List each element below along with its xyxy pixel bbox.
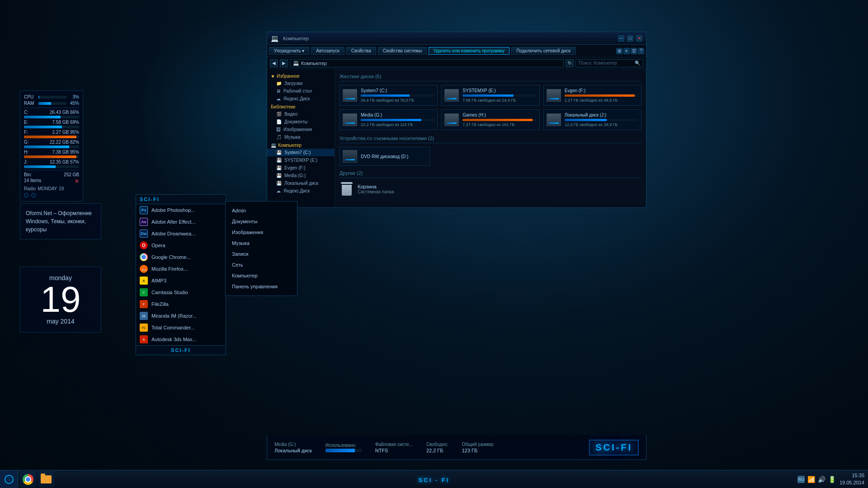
removable-title: Устройства со съемными носителями (2) [340, 136, 642, 143]
view-large-icon[interactable]: ⊞ [616, 48, 623, 54]
address-bar[interactable]: 💻 Компьютер [290, 59, 564, 67]
taskbar-chrome-app[interactable] [20, 471, 36, 488]
clock-day-number: 19 [28, 282, 94, 318]
menu-item-autocad[interactable]: A Autodesk 3ds Max... [136, 333, 226, 345]
free-val: 22,2 ГБ [426, 448, 448, 453]
start-menu: SCI-FI Ps Adobe Photoshop... Ae Adobe Af… [136, 194, 226, 355]
j-drive-row: J: 12.35 GB 57% [24, 160, 79, 164]
minimize-button[interactable]: ─ [618, 35, 624, 42]
sidebar-evgen[interactable]: 💾 Evgen (F:) [267, 164, 335, 172]
sidebar-yandex2[interactable]: ☁ Яндекс.Диск [267, 187, 335, 195]
drive-e-info: SYSTEMXP (E:) 7,58 ГБ свободно из 24,4 Г… [462, 88, 536, 103]
keyboard-layout-label: RU [798, 477, 804, 482]
places-recordings[interactable]: Записи [226, 249, 297, 259]
drive-system7[interactable]: System7 (C:) 26,4 ГБ свободно из 78,0 ГБ [340, 85, 438, 106]
maximize-button[interactable]: □ [627, 35, 633, 42]
properties-button[interactable]: Свойства [346, 47, 376, 55]
drive-c-bar [361, 94, 410, 97]
trash-icon-inner [341, 182, 353, 196]
sidebar-yandex[interactable]: ☁ Яндекс.Диск [267, 95, 335, 103]
drive-games[interactable]: Games (H:) 7,37 ГБ свободно из 161 ГБ [441, 109, 539, 130]
menu-item-filezilla[interactable]: F FileZilla [136, 298, 226, 310]
firefox-label: Mozilla Firefox... [151, 266, 188, 272]
drive-e-icon-large [444, 89, 459, 102]
sidebar-video[interactable]: 🎬 Видео [267, 110, 335, 118]
organize-button[interactable]: Упорядочить ▾ [269, 47, 309, 55]
view-details[interactable]: ☰ [631, 48, 637, 54]
drive-local[interactable]: Локальный диск (J:) 12,3 ГБ свободно из … [543, 109, 642, 130]
start-button[interactable] [0, 470, 18, 488]
view-list[interactable]: ≡ [623, 48, 630, 54]
dvd-name: DVD RW дисковод (D:) [361, 154, 427, 159]
menu-item-chrome[interactable]: Google Chrome... [136, 251, 226, 263]
network-tray-icon[interactable]: 📶 [807, 476, 815, 483]
camtasia-icon: C [140, 288, 148, 296]
f-drive-val: 2.27 GB 95% [52, 130, 79, 135]
taskbar: SCI - FI RU 📶 🔊 🔋 15:35 19.05.2014 [0, 470, 868, 488]
properties-label: Свойства [351, 48, 371, 53]
menu-item-miranda[interactable]: M Miranda IM (Razor... [136, 310, 226, 322]
taskbar-explorer-app[interactable] [38, 471, 54, 488]
search-bar[interactable]: Поиск: Компьютер 🔍 [576, 59, 643, 67]
drive-f-bar-bg [565, 94, 638, 97]
sidebar-music[interactable]: 🎵 Музыка [267, 133, 335, 141]
sidebar-images[interactable]: 🖼 Изображения [267, 126, 335, 133]
trash-item[interactable]: Корзина Системная папка [340, 182, 394, 196]
refresh-button[interactable]: ↻ [566, 59, 574, 67]
menu-item-total[interactable]: TC Total Commander... [136, 322, 226, 333]
folder-taskbar-icon [41, 475, 52, 483]
drive-media[interactable]: Media (G:) 22,2 ГБ свободно из 123 ГБ [340, 109, 438, 130]
autorun-button[interactable]: Автозапуск [311, 47, 344, 55]
menu-item-photoshop[interactable]: Ps Adobe Photoshop... [136, 204, 226, 216]
c-drive-label: C: [24, 110, 28, 115]
keyboard-layout-icon[interactable]: RU [797, 476, 805, 483]
camtasia-label: Camtasia Studio [151, 290, 188, 295]
menu-item-firefox[interactable]: 🦊 Mozilla Firefox... [136, 263, 226, 275]
volume-tray-icon[interactable]: 🔊 [818, 476, 826, 483]
menu-item-camtasia[interactable]: C Camtasia Studio [136, 286, 226, 298]
system-props-button[interactable]: Свойства системы [378, 47, 427, 55]
free-item: Свободно: 22,2 ГБ [426, 442, 448, 453]
ram-percent: 45% [68, 101, 79, 106]
dvd-info: DVD RW дисковод (D:) [361, 154, 427, 159]
drive-j-info: Локальный диск (J:) 12,3 ГБ свободно из … [565, 113, 638, 127]
places-network[interactable]: Сеть [226, 259, 297, 270]
organize-label: Упорядочить [274, 48, 301, 53]
drive-evgen[interactable]: Evgen (F:) 2,27 ГБ свободно из 48,8 ГБ [543, 85, 642, 106]
sidebar-downloads[interactable]: 📁 Загрузки [267, 80, 335, 87]
sidebar-systemxp[interactable]: 💾 SYSTEMXP (E:) [267, 156, 335, 164]
opera-label: Opera [151, 243, 165, 248]
sidebar-desktop[interactable]: 🖥 Рабочий стол [267, 87, 335, 95]
menu-item-aftereffects[interactable]: Ae Adobe After Effect... [136, 216, 226, 228]
file-explorer-window: 💻 Компьютер ─ □ ✕ Упорядочить ▾ Автозапу… [267, 32, 646, 208]
sidebar-media[interactable]: 💾 Media (G:) [267, 172, 335, 179]
dreamweaver-icon: Dw [140, 230, 148, 238]
back-button[interactable]: ◀ [270, 59, 278, 67]
drive-systemxp[interactable]: SYSTEMXP (E:) 7,58 ГБ свободно из 24,4 Г… [441, 85, 539, 106]
video-icon: 🎬 [276, 112, 282, 117]
uninstall-button[interactable]: Удалить или изменить программу [429, 47, 509, 55]
dvd-drive[interactable]: DVD RW дисковод (D:) [340, 147, 430, 166]
computer-section-label: Компьютер [278, 143, 302, 148]
close-button[interactable]: ✕ [636, 35, 642, 42]
places-images[interactable]: Изображения [226, 227, 297, 238]
forward-button[interactable]: ▶ [280, 59, 288, 67]
places-computer[interactable]: Компьютер [226, 270, 297, 281]
menu-item-opera[interactable]: O Opera [136, 239, 226, 251]
places-admin[interactable]: Admin [226, 205, 297, 216]
help-button[interactable]: ? [638, 48, 644, 54]
sidebar-local[interactable]: 💾 Локальный диск [267, 179, 335, 187]
sidebar-system7[interactable]: 💾 System7 (C:) [267, 149, 335, 156]
network-button[interactable]: Подключить сетевой диск [511, 47, 576, 55]
places-music[interactable]: Музыка [226, 238, 297, 249]
clock-month-year: may 2014 [28, 318, 94, 325]
places-documents[interactable]: Документы [226, 216, 297, 227]
windows-logo-icon [5, 475, 14, 484]
menu-item-dreamweaver[interactable]: Dw Adobe Dreamwea... [136, 228, 226, 239]
places-controlpanel[interactable]: Панель управления [226, 281, 297, 292]
sidebar-documents[interactable]: 📄 Документы [267, 118, 335, 126]
menu-item-aimp[interactable]: A AIMP3 [136, 275, 226, 286]
sci-fi-logo: SCI-FI [589, 440, 639, 455]
drive-h-icon-large [444, 113, 459, 126]
battery-tray-icon[interactable]: 🔋 [828, 476, 836, 483]
